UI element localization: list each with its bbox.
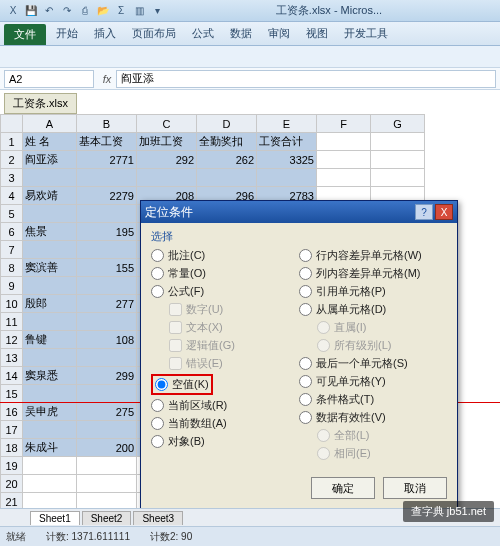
cell[interactable]: 工资合计: [257, 133, 317, 151]
cell[interactable]: [317, 151, 371, 169]
option-批注(C)[interactable]: 批注(C): [151, 248, 299, 263]
save-icon[interactable]: 💾: [24, 4, 38, 18]
col-header[interactable]: D: [197, 115, 257, 133]
row-header[interactable]: 8: [1, 259, 23, 277]
option-公式(F)[interactable]: 公式(F): [151, 284, 299, 299]
cell[interactable]: 2771: [77, 151, 137, 169]
row-header[interactable]: 2: [1, 151, 23, 169]
cell[interactable]: 焦景: [23, 223, 77, 241]
cell[interactable]: 阎亚添: [23, 151, 77, 169]
cell[interactable]: [23, 385, 77, 403]
cell[interactable]: [23, 349, 77, 367]
file-tab[interactable]: 文件: [4, 24, 46, 45]
cell[interactable]: 吴申虎: [23, 403, 77, 421]
close-icon[interactable]: X: [435, 204, 453, 220]
cell[interactable]: 窦泉悉: [23, 367, 77, 385]
cell[interactable]: [371, 133, 425, 151]
row-header[interactable]: 17: [1, 421, 23, 439]
cell[interactable]: 朱成斗: [23, 439, 77, 457]
tab-view[interactable]: 视图: [298, 22, 336, 45]
cell[interactable]: 3325: [257, 151, 317, 169]
cell[interactable]: 277: [77, 295, 137, 313]
cell[interactable]: [371, 169, 425, 187]
cell[interactable]: [23, 277, 77, 295]
col-header[interactable]: A: [23, 115, 77, 133]
row-header[interactable]: 19: [1, 457, 23, 475]
option-当前数组(A)[interactable]: 当前数组(A): [151, 416, 299, 431]
option-条件格式(T)[interactable]: 条件格式(T): [299, 392, 447, 407]
cell[interactable]: [77, 421, 137, 439]
cell[interactable]: 窦滨善: [23, 259, 77, 277]
row-header[interactable]: 12: [1, 331, 23, 349]
row-header[interactable]: 1: [1, 133, 23, 151]
redo-icon[interactable]: ↷: [60, 4, 74, 18]
cell[interactable]: 加班工资: [137, 133, 197, 151]
sheet-tab-2[interactable]: Sheet2: [82, 511, 132, 525]
cell[interactable]: [23, 475, 77, 493]
cell[interactable]: [137, 169, 197, 187]
tab-developer[interactable]: 开发工具: [336, 22, 396, 45]
cell[interactable]: [77, 385, 137, 403]
cell[interactable]: [77, 277, 137, 295]
formula-input[interactable]: 阎亚添: [116, 70, 496, 88]
ok-button[interactable]: 确定: [311, 477, 375, 499]
cell[interactable]: [371, 151, 425, 169]
cell[interactable]: [23, 205, 77, 223]
cell[interactable]: [197, 169, 257, 187]
dropdown-icon[interactable]: ▾: [150, 4, 164, 18]
col-header[interactable]: C: [137, 115, 197, 133]
option-列内容差异单元格(M)[interactable]: 列内容差异单元格(M): [299, 266, 447, 281]
fx-icon[interactable]: fx: [98, 73, 116, 85]
row-header[interactable]: 11: [1, 313, 23, 331]
dialog-titlebar[interactable]: 定位条件 ? X: [141, 201, 457, 223]
cell[interactable]: 292: [137, 151, 197, 169]
col-header[interactable]: G: [371, 115, 425, 133]
cell[interactable]: 鲁键: [23, 331, 77, 349]
tab-data[interactable]: 数据: [222, 22, 260, 45]
row-header[interactable]: 14: [1, 367, 23, 385]
cell[interactable]: [23, 457, 77, 475]
undo-icon[interactable]: ↶: [42, 4, 56, 18]
tab-layout[interactable]: 页面布局: [124, 22, 184, 45]
option-空值(K)[interactable]: 空值(K): [151, 374, 299, 395]
col-header[interactable]: E: [257, 115, 317, 133]
cell[interactable]: 基本工资: [77, 133, 137, 151]
option-引用单元格(P)[interactable]: 引用单元格(P): [299, 284, 447, 299]
cell[interactable]: 262: [197, 151, 257, 169]
option-行内容差异单元格(W)[interactable]: 行内容差异单元格(W): [299, 248, 447, 263]
option-常量(O)[interactable]: 常量(O): [151, 266, 299, 281]
cell[interactable]: [23, 313, 77, 331]
row-header[interactable]: 20: [1, 475, 23, 493]
sheet-tab-3[interactable]: Sheet3: [133, 511, 183, 525]
chart-icon[interactable]: ▥: [132, 4, 146, 18]
row-header[interactable]: 6: [1, 223, 23, 241]
cell[interactable]: 殷郎: [23, 295, 77, 313]
cell[interactable]: [23, 241, 77, 259]
cell[interactable]: 2279: [77, 187, 137, 205]
cell[interactable]: [77, 205, 137, 223]
cell[interactable]: 200: [77, 439, 137, 457]
print-icon[interactable]: ⎙: [78, 4, 92, 18]
help-icon[interactable]: ?: [415, 204, 433, 220]
workbook-tab[interactable]: 工资条.xlsx: [4, 93, 77, 114]
cell[interactable]: [317, 133, 371, 151]
cell[interactable]: [77, 457, 137, 475]
cell[interactable]: [257, 169, 317, 187]
option-数据有效性(V)[interactable]: 数据有效性(V): [299, 410, 447, 425]
row-header[interactable]: 9: [1, 277, 23, 295]
option-可见单元格(Y)[interactable]: 可见单元格(Y): [299, 374, 447, 389]
name-box[interactable]: A2: [4, 70, 94, 88]
tab-home[interactable]: 开始: [48, 22, 86, 45]
tab-review[interactable]: 审阅: [260, 22, 298, 45]
row-header[interactable]: 3: [1, 169, 23, 187]
cell[interactable]: [317, 169, 371, 187]
cell[interactable]: 155: [77, 259, 137, 277]
row-header[interactable]: 13: [1, 349, 23, 367]
cancel-button[interactable]: 取消: [383, 477, 447, 499]
sigma-icon[interactable]: Σ: [114, 4, 128, 18]
row-header[interactable]: 16: [1, 403, 23, 421]
cell[interactable]: [77, 349, 137, 367]
cell[interactable]: [77, 241, 137, 259]
cell[interactable]: [77, 313, 137, 331]
cell[interactable]: 姓 名: [23, 133, 77, 151]
